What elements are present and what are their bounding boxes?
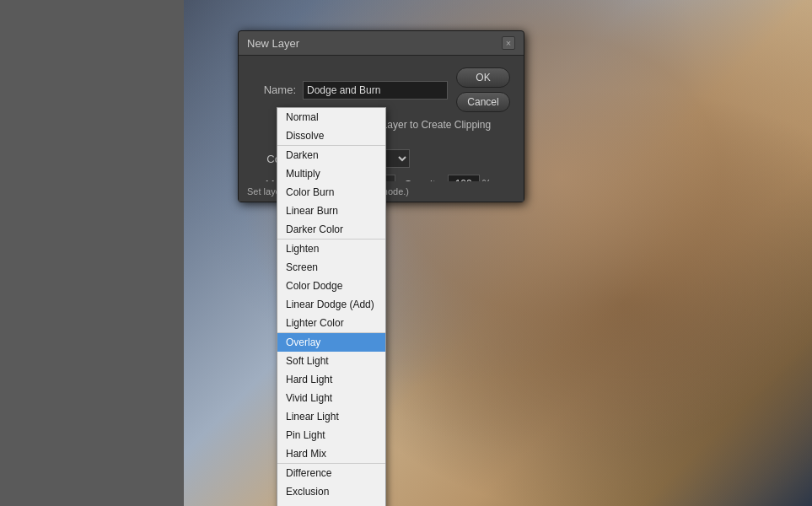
dropdown-group-inversion: Difference Exclusion Subtract Divide xyxy=(277,464,385,506)
dropdown-item-lighten[interactable]: Lighten xyxy=(277,240,385,258)
name-label: Name: xyxy=(252,83,296,96)
cancel-button[interactable]: Cancel xyxy=(456,92,510,112)
dropdown-group-normal: Normal Dissolve xyxy=(277,108,385,146)
dropdown-item-color-dodge[interactable]: Color Dodge xyxy=(277,277,385,295)
dropdown-item-screen[interactable]: Screen xyxy=(277,258,385,277)
dialog-titlebar: New Layer × xyxy=(239,31,524,56)
ok-button[interactable]: OK xyxy=(456,67,510,88)
dropdown-item-difference[interactable]: Difference xyxy=(277,464,385,482)
dropdown-item-linear-burn[interactable]: Linear Burn xyxy=(277,202,385,220)
dropdown-item-lighter-color[interactable]: Lighter Color xyxy=(277,314,385,332)
dropdown-item-linear-light[interactable]: Linear Light xyxy=(277,407,385,426)
dropdown-item-subtract[interactable]: Subtract xyxy=(277,501,385,506)
dropdown-item-multiply[interactable]: Multiply xyxy=(277,164,385,183)
close-button[interactable]: × xyxy=(502,36,515,50)
dropdown-item-darker-color[interactable]: Darker Color xyxy=(277,220,385,239)
blend-mode-dropdown: Normal Dissolve Darken Multiply Color Bu… xyxy=(277,107,386,506)
dropdown-item-soft-light[interactable]: Soft Light xyxy=(277,352,385,370)
dropdown-item-overlay[interactable]: Overlay xyxy=(277,333,385,352)
dropdown-item-dissolve[interactable]: Dissolve xyxy=(277,126,385,145)
dropdown-item-darken[interactable]: Darken xyxy=(277,146,385,164)
dropdown-item-linear-dodge[interactable]: Linear Dodge (Add) xyxy=(277,295,385,314)
name-row: Name: OK Cancel xyxy=(252,67,510,112)
dialog-title: New Layer xyxy=(247,37,299,50)
dropdown-item-hard-light[interactable]: Hard Light xyxy=(277,370,385,389)
dropdown-item-exclusion[interactable]: Exclusion xyxy=(277,482,385,501)
dropdown-group-lighten: Lighten Screen Color Dodge Linear Dodge … xyxy=(277,240,385,333)
dropdown-item-vivid-light[interactable]: Vivid Light xyxy=(277,389,385,407)
name-input[interactable] xyxy=(303,81,448,100)
dropdown-item-color-burn[interactable]: Color Burn xyxy=(277,183,385,202)
dropdown-group-darken: Darken Multiply Color Burn Linear Burn D… xyxy=(277,146,385,240)
dropdown-item-pin-light[interactable]: Pin Light xyxy=(277,426,385,444)
dropdown-item-hard-mix[interactable]: Hard Mix xyxy=(277,444,385,463)
dropdown-item-normal[interactable]: Normal xyxy=(277,108,385,126)
dropdown-group-contrast: Overlay Soft Light Hard Light Vivid Ligh… xyxy=(277,333,385,464)
dialog-overlay: New Layer × Name: OK Cancel Use Previous… xyxy=(0,0,812,506)
